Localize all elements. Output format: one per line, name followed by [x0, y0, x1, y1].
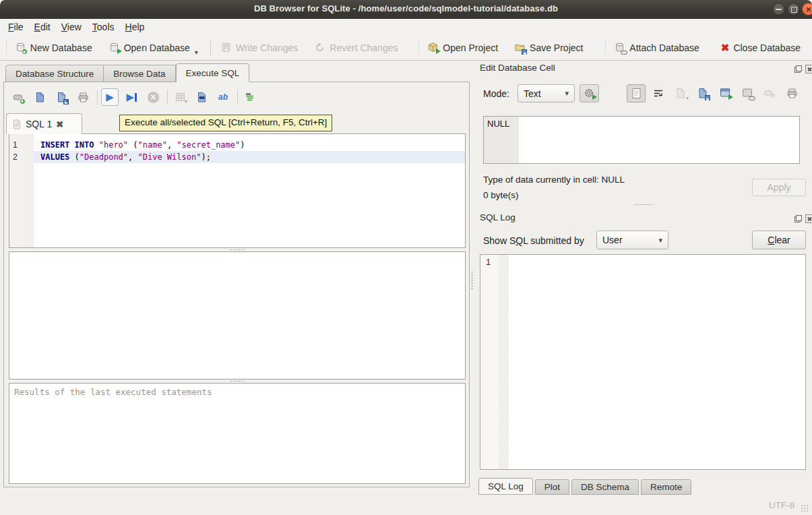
open-project-button[interactable]: Open Project [423, 39, 503, 56]
edit-cell-dock-title: Edit Database Cell [480, 63, 555, 73]
close-button[interactable] [802, 3, 812, 16]
export-data-button[interactable] [693, 84, 712, 102]
results-placeholder: Results of the last executed statements [14, 387, 212, 397]
tab-execute-sql[interactable]: Execute SQL [176, 63, 250, 82]
close-dock-icon[interactable] [805, 214, 812, 223]
float-dock-icon[interactable] [794, 65, 803, 73]
copy-link-button[interactable] [738, 84, 757, 102]
code-line-1[interactable]: INSERT INTO "hero" ("name", "secret_name… [34, 139, 465, 151]
sql-log-dock-buttons [794, 214, 812, 223]
sql-log-area[interactable]: 1 [480, 254, 806, 470]
float-dock-icon[interactable] [794, 214, 803, 223]
resize-grip[interactable] [801, 504, 809, 512]
toolbar-grip[interactable] [6, 40, 7, 55]
code-line-2[interactable]: VALUES ("Deadpond", "Dive Wilson"); [34, 151, 465, 163]
revert-changes-button: Revert Changes [309, 39, 402, 56]
fold-margin [25, 134, 34, 247]
attach-database-icon [614, 42, 625, 53]
window-title: DB Browser for SQLite - /home/user/code/… [0, 3, 812, 13]
menu-help[interactable]: Help [120, 20, 150, 34]
open-database-dropdown-icon[interactable]: ▾ [195, 49, 198, 60]
dock-tab-plot[interactable]: Plot [535, 479, 569, 495]
maximize-button[interactable] [787, 3, 800, 16]
sql-log-dock-title: SQL Log [480, 212, 516, 222]
sql-keyword: VALUES [40, 152, 69, 162]
save-sql-dropdown-icon[interactable]: ▾ [66, 98, 69, 104]
print-sql-button[interactable] [74, 88, 92, 106]
word-wrap-icon [653, 88, 664, 99]
tab-database-structure[interactable]: Database Structure [5, 65, 104, 82]
sql-log-filter-combobox[interactable]: User ▾ [596, 231, 668, 249]
minimize-button[interactable] [772, 3, 785, 16]
stop-execution-button [144, 88, 162, 106]
new-sql-tab-button[interactable] [9, 88, 27, 106]
text-view-button[interactable] [627, 84, 646, 102]
close-dock-icon[interactable] [805, 65, 812, 73]
cell-value: NULL [487, 119, 509, 129]
open-external-button[interactable] [716, 84, 735, 102]
vertical-splitter-handle[interactable] [471, 271, 474, 290]
clear-log-button[interactable]: Clear [752, 231, 806, 249]
replace-icon: ab [218, 92, 228, 102]
open-sql-file-icon [34, 92, 46, 103]
execute-all-button[interactable]: ▶ [101, 88, 119, 106]
find-button[interactable] [193, 88, 210, 106]
auto-mode-button[interactable] [580, 84, 599, 102]
print-cell-button[interactable] [782, 84, 801, 102]
print-icon [77, 92, 89, 103]
menu-edit[interactable]: Edit [29, 20, 56, 34]
cell-editor[interactable]: NULL [483, 116, 800, 164]
toolbar-grip[interactable] [605, 40, 606, 55]
sql-plain: ( [128, 140, 137, 150]
dock-splitter-handle[interactable] [633, 204, 654, 206]
menu-file[interactable]: File [3, 20, 29, 34]
toolbar-separator [237, 90, 238, 104]
set-null-button [760, 84, 779, 102]
sql-plain: ); [201, 152, 210, 162]
tab-browse-data[interactable]: Browse Data [104, 65, 175, 82]
main-toolbar: New Database Open Database ▾ Write Chang… [0, 35, 812, 61]
sql1-tab[interactable]: SQL 1 ✖ [6, 113, 82, 134]
format-sql-button[interactable] [241, 88, 259, 106]
replace-button[interactable]: ab [214, 88, 232, 106]
new-database-button[interactable]: New Database [10, 39, 97, 56]
save-results-dropdown-icon: ▾ [185, 98, 187, 104]
attach-database-button[interactable]: Attach Database [609, 39, 704, 56]
save-sql-file-button[interactable]: ▾ [53, 88, 70, 106]
log-fold-margin [499, 255, 509, 469]
word-wrap-button[interactable] [649, 84, 668, 102]
show-sql-label: Show SQL submitted by [483, 235, 584, 246]
dock-tab-remote[interactable]: Remote [641, 479, 691, 495]
save-project-button[interactable]: Save Project [509, 39, 588, 56]
save-results-icon [175, 92, 186, 103]
stop-icon [148, 92, 159, 103]
results-grid[interactable] [9, 251, 466, 380]
open-sql-file-button[interactable] [31, 88, 49, 106]
new-tab-icon [13, 92, 24, 103]
mode-combobox[interactable]: Text ▾ [518, 84, 575, 102]
execute-line-button[interactable]: ▶ [123, 88, 140, 106]
title-bar[interactable]: DB Browser for SQLite - /home/user/code/… [0, 0, 812, 19]
gear-icon [584, 88, 595, 99]
open-database-icon [108, 42, 120, 53]
close-tab-icon[interactable]: ✖ [56, 119, 63, 129]
sql-plain: ) [240, 140, 245, 150]
results-message-area[interactable]: Results of the last executed statements [9, 383, 466, 484]
close-database-button[interactable]: ✖ Close Database [716, 39, 805, 56]
sql-editor[interactable]: 1 2 INSERT INTO "hero" ("name", "secret_… [9, 133, 466, 248]
line-number: 1 [9, 139, 25, 151]
execute-tooltip: Execute all/selected SQL [Ctrl+Return, F… [119, 115, 332, 131]
menu-view[interactable]: View [56, 20, 87, 34]
toolbar-grip[interactable] [418, 40, 419, 55]
sql-keyword: INSERT INTO [40, 140, 94, 150]
import-data-button: ▾ [671, 84, 690, 102]
dock-tab-sql-log[interactable]: SQL Log [478, 478, 533, 495]
code-area[interactable]: INSERT INTO "hero" ("name", "secret_name… [34, 134, 465, 247]
chevron-down-icon: ▾ [565, 89, 569, 98]
sql-string: "Deadpond" [80, 152, 128, 162]
sql-log-filter-value: User [602, 235, 623, 245]
dock-tab-db-schema[interactable]: DB Schema [571, 479, 639, 495]
open-database-button[interactable]: Open Database [104, 39, 195, 56]
menu-tools[interactable]: Tools [87, 20, 120, 34]
cell-edit-toolbar: ▾ [627, 84, 801, 102]
